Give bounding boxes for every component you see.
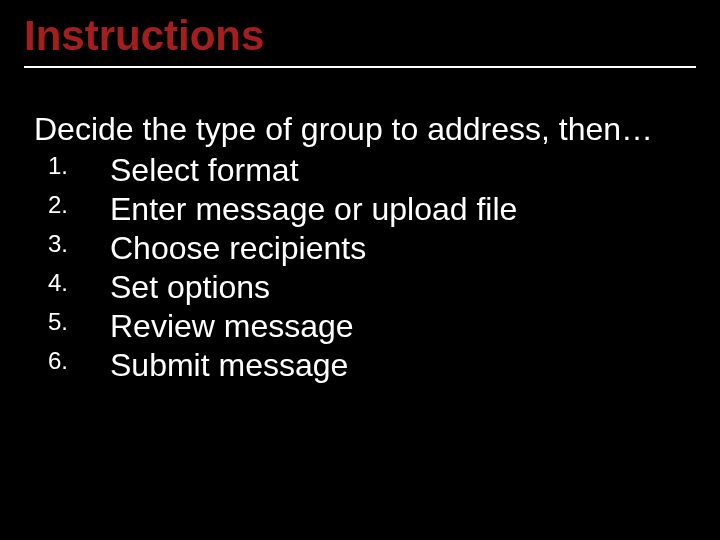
slide-body: Decide the type of group to address, the… [0,68,720,385]
slide: Instructions Decide the type of group to… [0,0,720,540]
steps-list: Select format Enter message or upload fi… [34,151,686,385]
title-area: Instructions [0,0,720,68]
list-item: Enter message or upload file [80,190,686,229]
list-item: Review message [80,307,686,346]
list-item: Select format [80,151,686,190]
list-item: Set options [80,268,686,307]
slide-title: Instructions [24,12,696,62]
list-item: Submit message [80,346,686,385]
intro-text: Decide the type of group to address, the… [34,110,686,149]
list-item: Choose recipients [80,229,686,268]
